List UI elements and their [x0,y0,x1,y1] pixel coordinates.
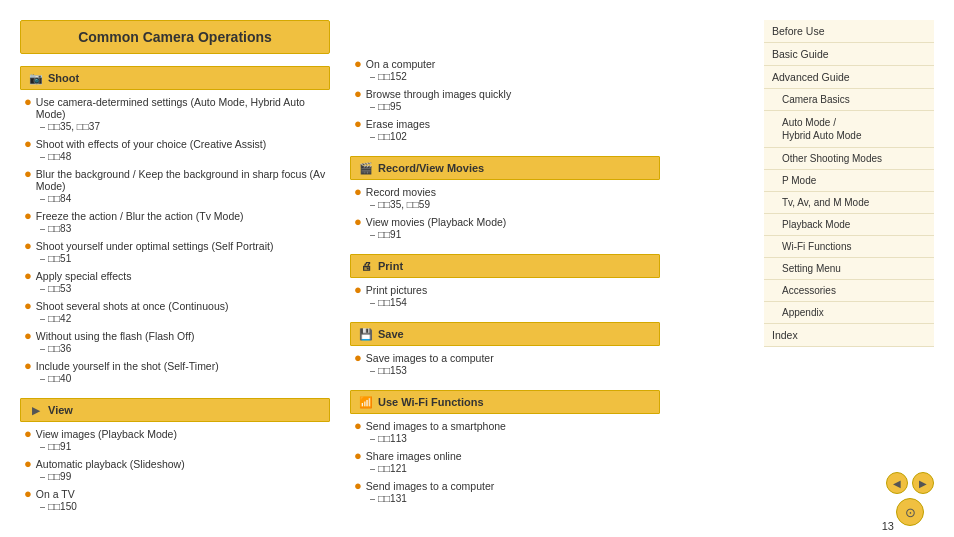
print-item-list: ● Print pictures – □□154 [350,284,660,308]
list-item: ● Share images online – □□121 [354,450,660,474]
nav-next-button[interactable]: ▶ [912,472,934,494]
arrow-icon: – [40,344,45,354]
sidebar-item-before-use[interactable]: Before Use [764,20,934,43]
arrow-icon: – [370,200,375,210]
arrow-icon: – [370,434,375,444]
sidebar-item-index[interactable]: Index [764,324,934,347]
item-text: Save images to a computer [366,352,494,364]
dot-icon: ● [24,487,32,500]
item-text: Apply special effects [36,270,132,282]
record-section-header: Record/View Movies [350,156,660,180]
left-column: Common Camera Operations Shoot ● Use cam… [20,20,330,526]
page-ref: □□99 [48,471,71,482]
wifi-item-list: ● Send images to a smartphone – □□113 ● … [350,420,660,504]
sidebar-item-camera-basics[interactable]: Camera Basics [764,89,934,111]
list-item: ● Erase images – □□102 [354,118,660,142]
arrow-icon: – [370,298,375,308]
sidebar-item-advanced-guide[interactable]: Advanced Guide [764,66,934,89]
dot-icon: ● [24,427,32,440]
page-ref: □□84 [48,193,71,204]
page-ref: □□51 [48,253,71,264]
list-item: ● View images (Playback Mode) – □□91 [24,428,330,452]
arrow-icon: – [370,230,375,240]
sidebar-item-playback[interactable]: Playback Mode [764,214,934,236]
arrow-icon: – [40,374,45,384]
page-ref: □□40 [48,373,71,384]
sidebar-item-wifi-fn[interactable]: Wi-Fi Functions [764,236,934,258]
sidebar-item-accessories[interactable]: Accessories [764,280,934,302]
item-text: Send images to a smartphone [366,420,506,432]
nav-prev-button[interactable]: ◀ [886,472,908,494]
page-ref: □□91 [48,441,71,452]
sidebar-item-basic-guide[interactable]: Basic Guide [764,43,934,66]
item-text: Shoot yourself under optimal settings (S… [36,240,274,252]
page-container: Common Camera Operations Shoot ● Use cam… [0,0,954,537]
page-title: Common Camera Operations [35,29,315,45]
page-ref: □□91 [378,229,401,240]
item-text: Use camera-determined settings (Auto Mod… [36,96,330,120]
arrow-icon: – [370,494,375,504]
arrow-icon: – [370,102,375,112]
shoot-item-list: ● Use camera-determined settings (Auto M… [20,96,330,384]
item-text: Record movies [366,186,436,198]
item-text: On a TV [36,488,75,500]
page-ref: □□35, □□37 [48,121,100,132]
main-content: Common Camera Operations Shoot ● Use cam… [20,20,934,526]
dot-icon: ● [24,239,32,252]
item-text: Without using the flash (Flash Off) [36,330,195,342]
list-item: ● On a computer – □□152 [354,58,660,82]
item-text: On a computer [366,58,435,70]
list-item: ● Without using the flash (Flash Off) – … [24,330,330,354]
list-item: ● Shoot yourself under optimal settings … [24,240,330,264]
nav-buttons: ◀ ▶ ⊙ [886,472,934,526]
item-text: Share images online [366,450,462,462]
arrow-icon: – [40,194,45,204]
list-item: ● On a TV – □□150 [24,488,330,512]
page-ref: □□36 [48,343,71,354]
sidebar-item-other-shooting[interactable]: Other Shooting Modes [764,148,934,170]
page-ref: □□35, □□59 [378,199,430,210]
dot-icon: ● [24,209,32,222]
sidebar-item-auto-mode[interactable]: Auto Mode /Hybrid Auto Mode [764,111,934,148]
nav-home-button[interactable]: ⊙ [896,498,924,526]
item-text: View images (Playback Mode) [36,428,177,440]
view-continued: ● On a computer – □□152 ● Browse through… [350,58,660,142]
item-text: Print pictures [366,284,427,296]
dot-icon: ● [24,95,32,108]
movie-icon [359,161,373,175]
sidebar-item-tv-av-m[interactable]: Tv, Av, and M Mode [764,192,934,214]
shoot-section-header: Shoot [20,66,330,90]
sidebar-item-appendix[interactable]: Appendix [764,302,934,324]
list-item: ● Browse through images quickly – □□95 [354,88,660,112]
dot-icon: ● [24,269,32,282]
list-item: ● View movies (Playback Mode) – □□91 [354,216,660,240]
page-ref: □□121 [378,463,407,474]
arrow-icon: – [370,464,375,474]
sidebar-item-p-mode[interactable]: P Mode [764,170,934,192]
dot-icon: ● [24,299,32,312]
wifi-icon [359,395,373,409]
item-text: Shoot several shots at once (Continuous) [36,300,229,312]
page-ref: □□131 [378,493,407,504]
save-section-header: Save [350,322,660,346]
page-ref: □□42 [48,313,71,324]
print-label: Print [378,260,403,272]
item-text: Shoot with effects of your choice (Creat… [36,138,266,150]
arrow-icon: – [40,502,45,512]
item-text: Freeze the action / Blur the action (Tv … [36,210,244,222]
arrow-icon: – [40,152,45,162]
playback-icon [29,403,43,417]
wifi-label: Use Wi-Fi Functions [378,396,484,408]
sidebar-item-setting-menu[interactable]: Setting Menu [764,258,934,280]
item-text: Automatic playback (Slideshow) [36,458,185,470]
list-item: ● Send images to a computer – □□131 [354,480,660,504]
save-label: Save [378,328,404,340]
item-text: View movies (Playback Mode) [366,216,506,228]
list-item: ● Shoot with effects of your choice (Cre… [24,138,330,162]
arrow-icon: – [40,442,45,452]
list-item: ● Save images to a computer – □□153 [354,352,660,376]
view-section-header: View [20,398,330,422]
list-item: ● Record movies – □□35, □□59 [354,186,660,210]
page-ref: □□102 [378,131,407,142]
list-item: ● Send images to a smartphone – □□113 [354,420,660,444]
